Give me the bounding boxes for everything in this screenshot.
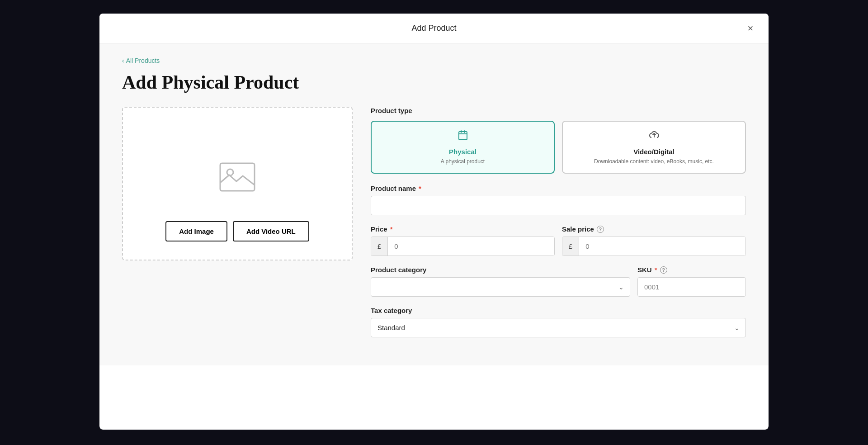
add-product-modal: Add Product × ‹ All Products Add Physica… [99, 14, 769, 430]
modal-header: Add Product × [99, 14, 769, 43]
tax-category-group: Tax category Standard ⌄ [371, 307, 746, 337]
type-option-physical[interactable]: Physical A physical product [371, 121, 555, 174]
product-name-input[interactable] [371, 196, 746, 215]
category-select[interactable] [371, 277, 630, 297]
price-group: Price * £ [371, 225, 555, 256]
price-row: Price * £ Sale price ? [371, 225, 746, 256]
tax-category-label: Tax category [371, 307, 746, 314]
category-label: Product category [371, 266, 630, 274]
price-input-wrapper: £ [371, 237, 555, 256]
price-currency: £ [371, 237, 388, 256]
sku-required: * [655, 266, 657, 274]
digital-option-subtitle: Downloadable content: video, eBooks, mus… [594, 158, 714, 165]
svg-point-1 [227, 169, 233, 175]
modal-title: Add Product [411, 24, 456, 33]
product-type-label: Product type [371, 107, 746, 114]
sale-price-currency: £ [562, 237, 579, 256]
sale-price-label: Sale price ? [562, 225, 746, 233]
sku-help-icon[interactable]: ? [660, 266, 667, 274]
tax-select-wrapper: Standard ⌄ [371, 318, 746, 337]
image-upload-area[interactable]: Add Image Add Video URL [122, 107, 353, 260]
modal-overlay: Add Product × ‹ All Products Add Physica… [0, 0, 868, 445]
sale-price-input[interactable] [579, 237, 745, 256]
type-option-digital[interactable]: Video/Digital Downloadable content: vide… [562, 121, 746, 174]
category-group: Product category ⌄ [371, 266, 630, 297]
image-buttons: Add Image Add Video URL [165, 221, 309, 241]
sale-price-input-wrapper: £ [562, 237, 746, 256]
category-select-wrapper: ⌄ [371, 277, 630, 297]
breadcrumb-label: All Products [126, 57, 160, 64]
product-type-group: Product type [371, 107, 746, 174]
left-panel: Add Image Add Video URL [122, 107, 353, 260]
svg-rect-2 [459, 132, 467, 140]
product-name-group: Product name * [371, 185, 746, 215]
product-name-required: * [419, 185, 421, 192]
modal-close-button[interactable]: × [743, 21, 758, 36]
product-type-options: Physical A physical product [371, 121, 746, 174]
sku-group: SKU * ? [637, 266, 746, 297]
sale-price-group: Sale price ? £ [562, 225, 746, 256]
physical-option-title: Physical [449, 148, 476, 156]
product-name-label: Product name * [371, 185, 746, 192]
price-required: * [390, 225, 393, 233]
sku-input[interactable] [637, 277, 746, 297]
price-input[interactable] [388, 237, 554, 256]
category-sku-row: Product category ⌄ SKU * [371, 266, 746, 297]
tax-category-select[interactable]: Standard [371, 318, 746, 337]
digital-option-title: Video/Digital [633, 148, 675, 156]
add-video-url-button[interactable]: Add Video URL [233, 221, 309, 241]
svg-rect-0 [220, 163, 255, 191]
add-image-button[interactable]: Add Image [165, 221, 227, 241]
sku-label: SKU * ? [637, 266, 746, 274]
image-placeholder-icon [219, 162, 255, 192]
physical-icon [458, 130, 468, 143]
price-label: Price * [371, 225, 555, 233]
breadcrumb[interactable]: ‹ All Products [122, 57, 746, 64]
right-panel: Product type [371, 107, 746, 347]
page-title: Add Physical Product [122, 71, 746, 93]
digital-icon [649, 130, 660, 143]
modal-body: ‹ All Products Add Physical Product Add … [99, 43, 769, 365]
sale-price-help-icon[interactable]: ? [597, 226, 604, 233]
content-layout: Add Image Add Video URL Product type [122, 107, 746, 347]
physical-option-subtitle: A physical product [441, 158, 485, 165]
breadcrumb-arrow: ‹ [122, 57, 124, 64]
